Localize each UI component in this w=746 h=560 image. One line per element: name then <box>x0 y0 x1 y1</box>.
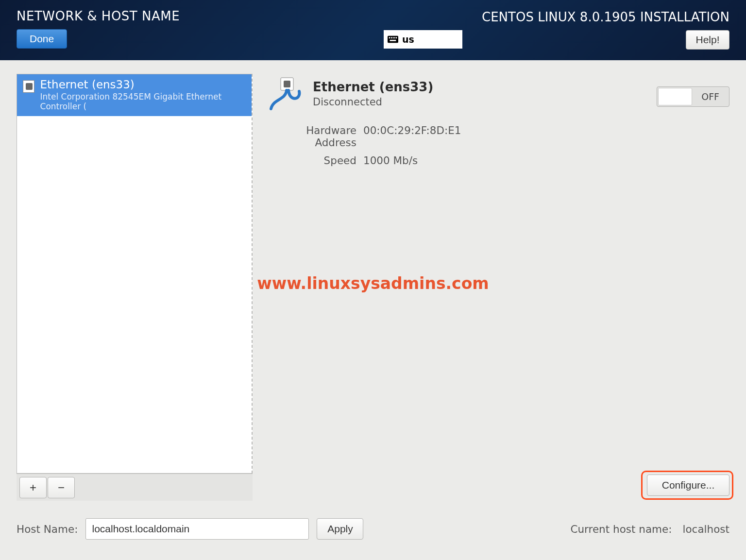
hw-address-label: Hardware Address <box>269 124 356 149</box>
svg-rect-0 <box>388 36 398 43</box>
ethernet-port-icon <box>23 80 34 93</box>
configure-button[interactable]: Configure... <box>647 475 729 496</box>
done-button[interactable]: Done <box>17 29 67 49</box>
detail-status: Disconnected <box>313 96 433 108</box>
add-device-button[interactable]: + <box>19 477 47 498</box>
speed-value: 1000 Mb/s <box>363 154 418 167</box>
svg-rect-1 <box>389 37 390 38</box>
hw-address-value: 00:0C:29:2F:8D:E1 <box>363 124 461 149</box>
current-hostname-label: Current host name: <box>570 523 672 535</box>
toggle-label: OFF <box>701 91 719 102</box>
product-title: CENTOS LINUX 8.0.1905 INSTALLATION <box>482 10 729 24</box>
hostname-input[interactable] <box>85 518 309 540</box>
ethernet-cable-icon <box>269 77 303 111</box>
device-vendor: Intel Corporation 82545EM Gigabit Ethern… <box>40 92 247 111</box>
svg-rect-7 <box>284 81 290 87</box>
speed-label: Speed <box>269 154 356 167</box>
keyboard-layout-indicator[interactable]: us <box>384 30 462 49</box>
toggle-knob <box>658 88 692 105</box>
network-device-list[interactable]: Ethernet (ens33) Intel Corporation 82545… <box>17 74 253 474</box>
current-hostname-value: localhost <box>682 523 729 535</box>
top-banner: NETWORK & HOST NAME CENTOS LINUX 8.0.190… <box>0 0 746 60</box>
svg-rect-5 <box>390 40 396 41</box>
remove-device-button[interactable]: − <box>48 477 75 498</box>
keyboard-layout-label: us <box>402 34 414 45</box>
svg-rect-2 <box>391 37 392 38</box>
svg-rect-3 <box>393 37 395 38</box>
connection-toggle[interactable]: OFF <box>657 86 729 107</box>
device-name: Ethernet (ens33) <box>40 78 247 91</box>
hostname-label: Host Name: <box>17 523 78 535</box>
apply-hostname-button[interactable]: Apply <box>317 518 363 540</box>
detail-device-title: Ethernet (ens33) <box>313 80 433 94</box>
svg-rect-4 <box>396 37 397 38</box>
keyboard-icon <box>388 35 398 43</box>
hostname-bar: Host Name: Apply Current host name: loca… <box>0 518 746 560</box>
help-button[interactable]: Help! <box>686 30 729 50</box>
device-list-item[interactable]: Ethernet (ens33) Intel Corporation 82545… <box>17 74 252 116</box>
device-list-toolbar: + − <box>17 474 253 501</box>
